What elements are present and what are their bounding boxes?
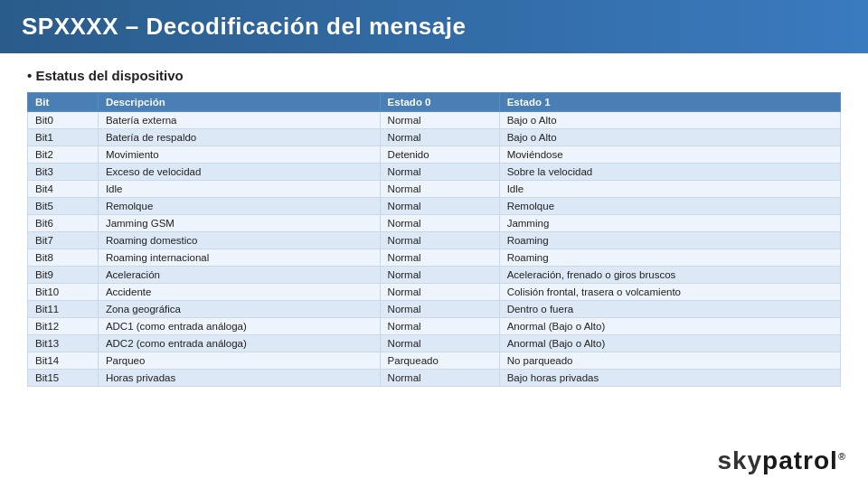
table-cell: Aceleración	[98, 267, 380, 284]
table-cell: Normal	[380, 318, 499, 335]
table-row: Bit10AccidenteNormalColisión frontal, tr…	[28, 284, 841, 301]
main-content: • Estatus del dispositivo BitDescripción…	[0, 53, 868, 396]
table-cell: Normal	[380, 301, 499, 318]
table-cell: Jamming GSM	[98, 215, 380, 232]
table-row: Bit7Roaming domesticoNormalRoaming	[28, 232, 841, 249]
section-label: • Estatus del dispositivo	[27, 68, 841, 83]
table-cell: Bajo horas privadas	[499, 370, 840, 387]
table-cell: Bit5	[28, 198, 99, 215]
table-cell: Parqueo	[98, 352, 380, 370]
table-col-header: Estado 1	[499, 93, 840, 112]
table-cell: Normal	[380, 198, 499, 215]
table-cell: Normal	[380, 267, 499, 284]
table-cell: Normal	[380, 232, 499, 249]
table-cell: Accidente	[98, 284, 380, 301]
table-cell: Dentro o fuera	[499, 301, 840, 318]
table-cell: Roaming	[499, 249, 840, 267]
table-cell: Bajo o Alto	[499, 112, 840, 129]
table-col-header: Bit	[28, 93, 99, 112]
table-cell: Bit7	[28, 232, 99, 249]
table-row: Bit2MovimientoDetenidoMoviéndose	[28, 146, 841, 164]
table-cell: Bit3	[28, 164, 99, 181]
table-row: Bit6Jamming GSMNormalJamming	[28, 215, 841, 232]
logo-reg: ®	[838, 451, 846, 462]
table-row: Bit3Exceso de velocidadNormalSobre la ve…	[28, 164, 841, 181]
table-row: Bit15Horas privadasNormalBajo horas priv…	[28, 370, 841, 387]
table-cell: Idle	[499, 181, 840, 198]
table-cell: No parqueado	[499, 352, 840, 370]
table-cell: Normal	[380, 249, 499, 267]
table-cell: Bit4	[28, 181, 99, 198]
table-row: Bit11Zona geográficaNormalDentro o fuera	[28, 301, 841, 318]
table-cell: Anormal (Bajo o Alto)	[499, 318, 840, 335]
table-cell: Bit6	[28, 215, 99, 232]
table-cell: Batería externa	[98, 112, 380, 129]
table-cell: Roaming domestico	[98, 232, 380, 249]
table-cell: Sobre la velocidad	[499, 164, 840, 181]
table-row: Bit1Batería de respaldoNormalBajo o Alto	[28, 129, 841, 146]
table-cell: Bit11	[28, 301, 99, 318]
table-cell: Bit9	[28, 267, 99, 284]
table-row: Bit13ADC2 (como entrada análoga)NormalAn…	[28, 335, 841, 352]
table-cell: Bit13	[28, 335, 99, 352]
table-row: Bit8Roaming internacionalNormalRoaming	[28, 249, 841, 267]
table-cell: Remolque	[499, 198, 840, 215]
table-cell: Aceleración, frenado o giros bruscos	[499, 267, 840, 284]
table-row: Bit5RemolqueNormalRemolque	[28, 198, 841, 215]
table-cell: Exceso de velocidad	[98, 164, 380, 181]
table-cell: Parqueado	[380, 352, 499, 370]
table-cell: Bit0	[28, 112, 99, 129]
table-cell: Bit14	[28, 352, 99, 370]
table-cell: Bit15	[28, 370, 99, 387]
table-col-header: Descripción	[98, 93, 380, 112]
table-cell: Bit1	[28, 129, 99, 146]
table-cell: Batería de respaldo	[98, 129, 380, 146]
table-cell: Roaming internacional	[98, 249, 380, 267]
table-cell: Zona geográfica	[98, 301, 380, 318]
table-cell: Normal	[380, 112, 499, 129]
table-cell: Remolque	[98, 198, 380, 215]
table-cell: Bit12	[28, 318, 99, 335]
table-cell: ADC2 (como entrada análoga)	[98, 335, 380, 352]
table-cell: Detenido	[380, 146, 499, 164]
page-title: SPXXXX – Decodificación del mensaje	[22, 13, 846, 41]
table-cell: Colisión frontal, trasera o volcamiento	[499, 284, 840, 301]
table-cell: Moviéndose	[499, 146, 840, 164]
table-row: Bit4IdleNormalIdle	[28, 181, 841, 198]
table-row: Bit12ADC1 (como entrada análoga)NormalAn…	[28, 318, 841, 335]
table-cell: Jamming	[499, 215, 840, 232]
table-cell: Normal	[380, 284, 499, 301]
table-cell: Roaming	[499, 232, 840, 249]
table-cell: Horas privadas	[98, 370, 380, 387]
table-cell: Normal	[380, 129, 499, 146]
logo-patrol: patrol	[762, 446, 838, 474]
table-header-row: BitDescripciónEstado 0Estado 1	[28, 93, 841, 112]
table-cell: Normal	[380, 215, 499, 232]
table-cell: Bit10	[28, 284, 99, 301]
table-cell: Normal	[380, 181, 499, 198]
table-cell: ADC1 (como entrada análoga)	[98, 318, 380, 335]
table-row: Bit9AceleraciónNormalAceleración, frenad…	[28, 267, 841, 284]
table-row: Bit0Batería externaNormalBajo o Alto	[28, 112, 841, 129]
table-cell: Bajo o Alto	[499, 129, 840, 146]
table-col-header: Estado 0	[380, 93, 499, 112]
table-cell: Normal	[380, 370, 499, 387]
table-cell: Normal	[380, 164, 499, 181]
logo-sky: sky	[717, 446, 762, 474]
table-cell: Idle	[98, 181, 380, 198]
message-table: BitDescripciónEstado 0Estado 1 Bit0Bater…	[27, 92, 841, 387]
footer-logo: skypatrol®	[717, 446, 846, 475]
table-cell: Bit2	[28, 146, 99, 164]
table-cell: Anormal (Bajo o Alto)	[499, 335, 840, 352]
header-bar: SPXXXX – Decodificación del mensaje	[0, 0, 868, 53]
table-row: Bit14ParqueoParqueadoNo parqueado	[28, 352, 841, 370]
table-cell: Movimiento	[98, 146, 380, 164]
table-cell: Bit8	[28, 249, 99, 267]
skypatrol-logo: skypatrol®	[717, 446, 846, 475]
table-cell: Normal	[380, 335, 499, 352]
